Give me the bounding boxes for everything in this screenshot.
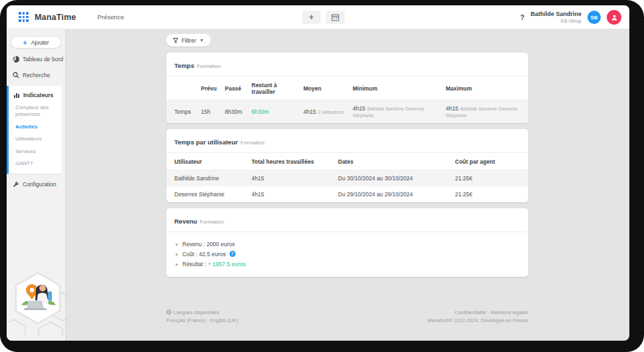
card-title-text: Temps [174, 62, 194, 69]
sidebar-subitem-gantt[interactable]: GANTT [9, 158, 62, 170]
cell-total: 4h15 [249, 186, 335, 202]
cell-dates: Du 29/10/2024 au 29/10/2024 [335, 186, 452, 202]
value-minimum: 4h15Bathilde Sandrine Deserres Stéphanie [350, 100, 443, 124]
card-users-title: Temps par utilisateurFormation [166, 129, 528, 153]
moyen-note: 2 utilisateurs [318, 110, 344, 114]
user-name: Bathilde Sandrine [530, 11, 581, 18]
add-button[interactable]: + [302, 11, 321, 24]
row-label: Temps [166, 100, 198, 124]
filter-label: Filtrer [182, 37, 196, 44]
col-dates: Dates [335, 153, 452, 170]
help-circle-icon[interactable]: ? [230, 251, 236, 257]
col-passe: Passé [222, 77, 249, 100]
calendar-icon [331, 13, 339, 21]
table-row: Bathilde Sandrine 4h15 Du 30/10/2024 au … [166, 170, 528, 187]
card-title-text: Temps par utilisateur [174, 138, 238, 146]
sidebar-item-label: Tableau de bord [23, 56, 63, 63]
card-subtitle: Formation [200, 219, 224, 225]
chevron-down-icon: ▼ [200, 38, 204, 43]
col-moyen: Moyen [301, 77, 350, 100]
table-header-row: Utilisateur Total heures travaillées Dat… [166, 153, 528, 170]
app-window: ManaTime Présence + ? Bathilde Sandrine … [7, 5, 629, 341]
nav-presence[interactable]: Présence [98, 13, 124, 21]
resultat-value: + 1957.5 euros [208, 261, 245, 267]
revenu-value: 2000 euros [206, 241, 235, 248]
sidebar-subitem-presence-counter[interactable]: Compteur des présences [9, 102, 62, 121]
card-subtitle: Formation [197, 63, 221, 69]
cell-user: Bathilde Sandrine [166, 170, 249, 187]
card-title-text: Revenu [174, 218, 197, 225]
analytics-icon [13, 92, 20, 98]
list-item-revenu: Revenu : 2000 euros [182, 239, 528, 249]
filter-button[interactable]: Filtrer ▼ [166, 34, 211, 47]
value-passe: 8h30m [222, 100, 249, 124]
help-button[interactable]: ? [520, 13, 525, 21]
sidebar-item-dashboard[interactable]: Tableau de bord [7, 51, 65, 67]
cell-user: Deserres Stéphanie [166, 186, 249, 202]
sidebar-item-configuration[interactable]: Configuration [7, 176, 65, 192]
language-link-en[interactable]: English (UK) [210, 317, 238, 323]
sidebar-item-label: Indicateurs [23, 92, 53, 98]
value-moyen: 4h152 utilisateurs [301, 100, 350, 124]
separator: · [207, 317, 209, 323]
value-maximum: 4h15Bathilde Sandrine Deserres Stéphanie [443, 100, 528, 124]
sidebar-item-indicators[interactable]: Indicateurs [9, 88, 62, 102]
card-temps: TempsFormation Prévu Passé Restant à tra… [166, 53, 528, 123]
topbar: ManaTime Présence + ? Bathilde Sandrine … [7, 5, 629, 29]
card-subtitle: Formation [240, 140, 264, 146]
value-prevu: 15h [198, 100, 222, 124]
table-row: Temps 15h 8h30m 6h30m 4h152 utilisateurs… [166, 100, 528, 124]
globe-icon [166, 309, 172, 315]
sidebar-add-button[interactable]: + Ajouter [11, 36, 61, 49]
list-item-cout: Coût : 42.5 euros ? [182, 249, 528, 259]
indicators-section: Indicateurs Compteur des présences Activ… [7, 86, 62, 174]
brand-logo[interactable]: ManaTime [35, 13, 77, 22]
col-prevu: Prévu [198, 77, 222, 100]
main-content: Filtrer ▼ TempsFormation Prévu Passé Res… [65, 29, 629, 341]
footer: Langues disponibles Français (France) · … [65, 309, 629, 325]
logout-button[interactable] [607, 10, 621, 25]
device-frame: ManaTime Présence + ? Bathilde Sandrine … [0, 0, 644, 352]
temps-table: Prévu Passé Restant à travailler Moyen M… [166, 77, 528, 123]
calendar-button[interactable] [326, 11, 345, 24]
language-link-fr[interactable]: Français (France) [166, 317, 206, 323]
sidebar: + Ajouter Tableau de bord Recherche [7, 29, 65, 341]
cell-cost: 21.25€ [452, 170, 528, 187]
privacy-link[interactable]: Confidentialité [454, 309, 486, 315]
person-icon [611, 14, 618, 21]
legal-notice-link[interactable]: Mentions légales [491, 309, 528, 315]
card-temps-title: TempsFormation [166, 53, 528, 77]
card-temps-par-utilisateur: Temps par utilisateurFormation Utilisate… [166, 129, 528, 202]
user-menu[interactable]: Bathilde Sandrine KB iShop [530, 11, 581, 25]
value-restant: 6h30m [249, 100, 301, 124]
card-revenu: RevenuFormation Revenu : 2000 euros Coût… [166, 208, 528, 277]
resultat-label: Résultat : [182, 261, 206, 267]
sidebar-subitem-users[interactable]: Utilisateurs [9, 133, 62, 145]
sidebar-subitem-services[interactable]: Services [9, 146, 62, 158]
user-organization: KB iShop [530, 18, 581, 24]
cout-label: Coût : [182, 251, 198, 258]
cell-dates: Du 30/10/2024 au 30/10/2024 [335, 170, 452, 187]
languages-title: Langues disponibles [174, 309, 219, 315]
revenue-list: Revenu : 2000 euros Coût : 42.5 euros ? … [166, 232, 528, 277]
plus-icon: + [309, 13, 313, 22]
copyright-text: ManaSoft® 2012-2024, Développé en France [428, 317, 528, 325]
sidebar-item-label: Recherche [23, 72, 50, 79]
col-restant: Restant à travailler [249, 77, 301, 100]
sidebar-item-search[interactable]: Recherche [7, 67, 65, 83]
apps-grid-icon[interactable] [19, 12, 29, 22]
col-total: Total heures travaillées [249, 153, 335, 170]
sidebar-subitem-activities[interactable]: Activités [9, 121, 62, 133]
col-minimum: Minimum [350, 77, 443, 100]
card-revenu-title: RevenuFormation [166, 208, 528, 232]
users-table: Utilisateur Total heures travaillées Dat… [166, 153, 528, 202]
cell-cost: 21.25€ [452, 186, 528, 202]
list-item-resultat: Résultat : + 1957.5 euros [182, 259, 528, 269]
pie-chart-icon [13, 56, 19, 63]
search-icon [13, 72, 19, 79]
col-maximum: Maximum [443, 77, 528, 100]
table-header-row: Prévu Passé Restant à travailler Moyen M… [166, 77, 528, 100]
avatar[interactable]: SB [587, 11, 601, 24]
col-cout: Coût par agent [452, 153, 528, 170]
plus-icon: + [23, 39, 27, 47]
